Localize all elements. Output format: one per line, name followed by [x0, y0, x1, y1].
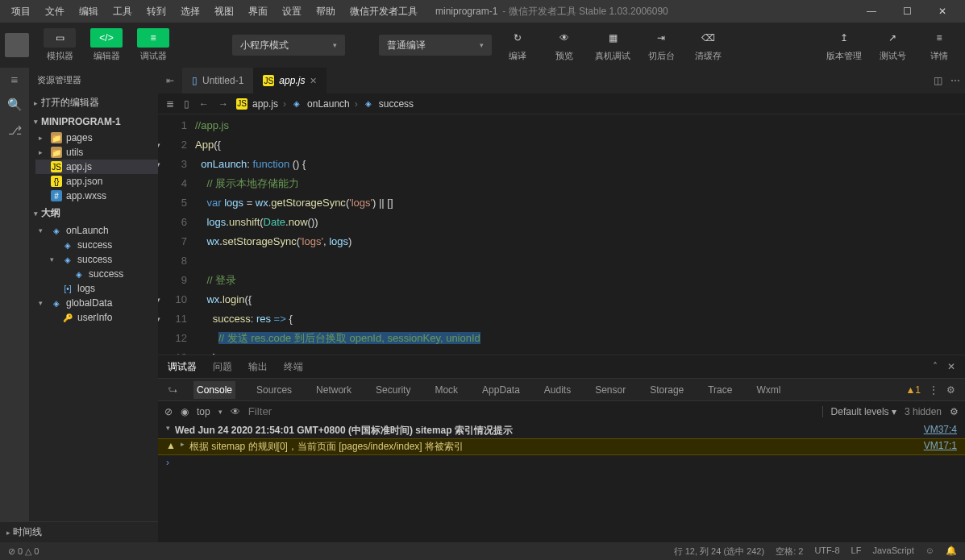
- devtools-tab-appdata[interactable]: AppData: [479, 381, 523, 399]
- code-line[interactable]: [195, 251, 965, 271]
- menu-项目[interactable]: 项目: [5, 2, 37, 22]
- encoding-status[interactable]: UTF-8: [814, 545, 839, 558]
- clear-cache-button[interactable]: ⌫清缓存: [687, 27, 729, 64]
- simulator-button[interactable]: ▭模拟器: [39, 27, 81, 64]
- menu-icon[interactable]: ≡: [11, 73, 19, 86]
- panel-tab-debugger[interactable]: 调试器: [168, 360, 197, 374]
- code-line[interactable]: App({: [195, 135, 965, 155]
- menu-转到[interactable]: 转到: [140, 2, 173, 22]
- feedback-icon[interactable]: ☺: [925, 545, 934, 558]
- maximize-icon[interactable]: ☐: [889, 0, 925, 23]
- console-prompt[interactable]: ›: [158, 455, 965, 470]
- debugger-button[interactable]: ≡调试器: [132, 27, 174, 64]
- outline-onLaunch[interactable]: ▾◈onLaunch: [35, 223, 158, 238]
- remote-debug-button[interactable]: ▦真机调试: [590, 27, 635, 64]
- forward-icon[interactable]: →: [218, 98, 228, 110]
- code-line[interactable]: //app.js: [195, 116, 965, 135]
- file-app.wxss[interactable]: #app.wxss: [35, 189, 158, 203]
- panel-tab-problems[interactable]: 问题: [213, 360, 232, 374]
- code-line[interactable]: wx.login({: [195, 290, 965, 309]
- devtools-tab-sensor[interactable]: Sensor: [592, 381, 629, 399]
- levels-dropdown[interactable]: Default levels ▾: [822, 406, 896, 417]
- compile-button[interactable]: ↻编译: [497, 27, 539, 64]
- mode-dropdown[interactable]: 小程序模式▾: [232, 35, 345, 56]
- devtools-more-icon[interactable]: ⋮: [929, 384, 938, 396]
- devtools-tab-audits[interactable]: Audits: [541, 381, 574, 399]
- test-button[interactable]: ↗测试号: [871, 27, 913, 64]
- devtools-tab-wxml[interactable]: Wxml: [753, 381, 784, 399]
- gear-icon[interactable]: ⚙: [946, 384, 955, 396]
- devtools-tab-sources[interactable]: Sources: [253, 381, 295, 399]
- eye2-icon[interactable]: 👁: [231, 406, 240, 417]
- menu-文件[interactable]: 文件: [39, 2, 71, 22]
- eol-status[interactable]: LF: [851, 545, 862, 558]
- preview-button[interactable]: 👁预览: [543, 27, 585, 64]
- bell-icon[interactable]: 🔔: [946, 545, 957, 558]
- menu-选择[interactable]: 选择: [174, 2, 206, 22]
- hidden-count[interactable]: 3 hidden: [905, 406, 942, 417]
- version-button[interactable]: ↥版本管理: [821, 27, 867, 64]
- context-dropdown[interactable]: top: [197, 406, 210, 417]
- chevron-up-icon[interactable]: ˄: [933, 361, 938, 372]
- branch-icon[interactable]: ⎇: [8, 123, 22, 138]
- devtools-tab-mock[interactable]: Mock: [431, 381, 461, 399]
- code-line[interactable]: logs.unshift(Date.now()): [195, 213, 965, 232]
- code-line[interactable]: wx.setStorageSync('logs', logs): [195, 232, 965, 251]
- outline-section[interactable]: ▾大纲: [29, 203, 158, 223]
- menu-微信开发者工具[interactable]: 微信开发者工具: [343, 2, 424, 22]
- avatar[interactable]: [5, 33, 29, 57]
- file-pages[interactable]: ▸📁pages: [35, 131, 158, 145]
- devtools-tab-console[interactable]: Console: [193, 381, 235, 399]
- outline-logs[interactable]: [•]logs: [35, 281, 158, 296]
- more-icon[interactable]: ⋯: [950, 75, 960, 86]
- stop-icon[interactable]: ⊘: [164, 406, 173, 417]
- panel-close-icon[interactable]: ✕: [947, 361, 955, 372]
- spaces-status[interactable]: 空格: 2: [776, 545, 803, 558]
- file-app.js[interactable]: JSapp.js: [35, 160, 158, 174]
- breadcrumb-item[interactable]: app.js: [252, 98, 278, 110]
- gear2-icon[interactable]: ⚙: [950, 406, 959, 417]
- code-line[interactable]: }: [195, 348, 965, 355]
- code-line[interactable]: // 登录: [195, 271, 965, 290]
- filter-input[interactable]: [248, 405, 814, 417]
- menu-设置[interactable]: 设置: [276, 2, 308, 22]
- devtools-tab-network[interactable]: Network: [313, 381, 355, 399]
- expand-icon[interactable]: ▸: [181, 440, 185, 448]
- close-icon[interactable]: ✕: [925, 0, 960, 23]
- timeline-section[interactable]: ▸ 时间线: [0, 521, 158, 542]
- search-icon[interactable]: 🔍: [7, 97, 23, 112]
- code-line[interactable]: var logs = wx.getStorageSync('logs') || …: [195, 193, 965, 213]
- log-source[interactable]: VM17:1: [924, 440, 957, 451]
- tab-Untitled-1[interactable]: ▯Untitled-1: [182, 68, 253, 93]
- breadcrumb-item[interactable]: success: [379, 98, 414, 110]
- outline-success[interactable]: ◈success: [35, 238, 158, 252]
- code-line[interactable]: onLaunch: function () {: [195, 155, 965, 174]
- list-icon[interactable]: ≣: [166, 98, 174, 110]
- panel-tab-terminal[interactable]: 终端: [284, 360, 303, 374]
- file-app.json[interactable]: {}app.json: [35, 174, 158, 189]
- inspect-icon[interactable]: ⮑: [168, 384, 177, 396]
- file-utils[interactable]: ▸📁utils: [35, 145, 158, 160]
- devtools-tab-trace[interactable]: Trace: [705, 381, 735, 399]
- tab-app.js[interactable]: JSapp.js✕: [253, 68, 327, 93]
- menu-编辑[interactable]: 编辑: [73, 2, 105, 22]
- panel-tab-output[interactable]: 输出: [248, 360, 268, 374]
- problems-status[interactable]: ⊘ 0 △ 0: [8, 546, 39, 557]
- outline-success[interactable]: ◈success: [35, 267, 158, 281]
- log-source[interactable]: VM37:4: [924, 424, 957, 435]
- open-editors-section[interactable]: ▸打开的编辑器: [29, 93, 158, 113]
- code-line[interactable]: // 展示本地存储能力: [195, 174, 965, 193]
- devtools-tab-storage[interactable]: Storage: [647, 381, 687, 399]
- split-editor-icon[interactable]: ◫: [934, 75, 942, 86]
- devtools-tab-security[interactable]: Security: [372, 381, 414, 399]
- menu-视图[interactable]: 视图: [208, 2, 240, 22]
- background-button[interactable]: ⇥切后台: [640, 27, 682, 64]
- outline-userInfo[interactable]: 🔑userInfo: [35, 310, 158, 325]
- breadcrumb-item[interactable]: onLaunch: [307, 98, 350, 110]
- project-section[interactable]: ▾MINIPROGRAM-1: [29, 113, 158, 131]
- expand-icon[interactable]: ▾: [166, 424, 170, 432]
- code-line[interactable]: success: res => {: [195, 309, 965, 329]
- editor-button[interactable]: </>编辑器: [85, 27, 127, 64]
- compile-dropdown[interactable]: 普通编译▾: [379, 35, 492, 56]
- minimize-icon[interactable]: —: [854, 0, 889, 23]
